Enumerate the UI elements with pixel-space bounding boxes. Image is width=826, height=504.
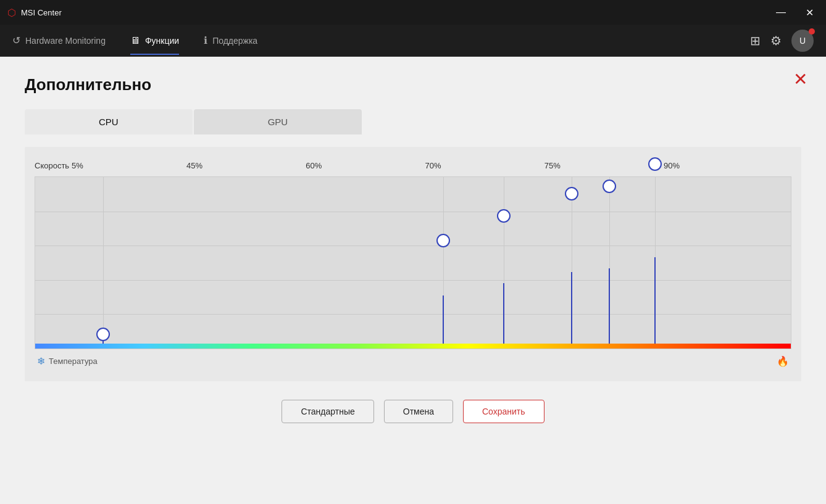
nav-tabs: ↺ Hardware Monitoring 🖥 Функции ℹ Поддер…	[12, 26, 257, 55]
fan-line-2	[443, 295, 444, 344]
grid-h-4	[35, 314, 791, 315]
speed-label: Скорость	[35, 161, 69, 170]
app-title: MSI Center	[21, 8, 62, 17]
grid-view-button[interactable]: ⊞	[750, 33, 761, 48]
tab-cpu[interactable]: CPU	[25, 109, 193, 134]
grid-icon: ⊞	[750, 34, 761, 48]
fan-line-6	[654, 257, 656, 344]
title-bar: ⬡ MSI Center — ✕	[0, 0, 826, 25]
main-content: ✕ Дополнительно CPU GPU Скорость 5% 45% …	[0, 57, 826, 504]
avatar-initials: U	[799, 36, 806, 46]
page-title: Дополнительно	[25, 75, 801, 94]
avatar-notification-dot	[809, 28, 815, 35]
fan-handle-5[interactable]	[603, 180, 616, 193]
support-icon: ℹ	[204, 35, 207, 46]
snow-icon: ❄	[37, 355, 45, 367]
grid-h-3	[35, 280, 791, 281]
temp-left: ❄ Температура	[37, 355, 98, 367]
window-controls: — ✕	[771, 4, 819, 21]
fan-curve-chart	[35, 176, 791, 349]
speed-val-4: 70%	[425, 161, 441, 170]
nav-tab-support[interactable]: ℹ Поддержка	[204, 26, 257, 55]
nav-tab-features[interactable]: 🖥 Функции	[130, 27, 179, 55]
speed-val-5: 75%	[544, 161, 561, 170]
fan-handle-1[interactable]	[96, 328, 110, 341]
speed-val-1: 5%	[72, 161, 83, 170]
fan-handle-6[interactable]	[648, 157, 662, 171]
tab-gpu[interactable]: GPU	[194, 109, 362, 134]
temp-gradient-bar	[35, 344, 791, 349]
temp-footer: ❄ Температура 🔥	[35, 355, 791, 367]
nav-tab-hardware-label: Hardware Monitoring	[25, 36, 106, 46]
gear-icon: ⚙	[770, 34, 782, 48]
user-avatar[interactable]: U	[791, 30, 814, 52]
fan-line-1	[102, 341, 104, 344]
nav-tab-features-label: Функции	[145, 36, 179, 46]
speed-values: 5% 45% 60% 70% 75% 90% .	[72, 161, 791, 170]
minimize-button[interactable]: —	[771, 4, 791, 20]
nav-bar: ↺ Hardware Monitoring 🖥 Функции ℹ Поддер…	[0, 25, 826, 57]
fan-line-5	[609, 268, 610, 344]
save-button[interactable]: Сохранить	[463, 400, 544, 423]
msi-logo-icon: ⬡	[7, 7, 16, 19]
buttons-row: Стандартные Отмена Сохранить	[25, 400, 801, 423]
temp-label: Температура	[49, 357, 98, 366]
hardware-monitoring-icon: ↺	[12, 35, 20, 46]
speed-labels-row: Скорость 5% 45% 60% 70% 75% 90% .	[35, 159, 791, 171]
grid-lines	[35, 177, 791, 349]
close-x-button[interactable]: ✕	[793, 69, 807, 89]
fan-point-2[interactable]	[436, 234, 450, 344]
speed-val-3: 60%	[306, 161, 322, 170]
speed-val-2: 45%	[186, 161, 202, 170]
grid-h-1	[35, 212, 791, 212]
cancel-button[interactable]: Отмена	[384, 400, 453, 423]
nav-right-controls: ⊞ ⚙ U	[750, 30, 814, 52]
fan-point-5[interactable]	[603, 180, 616, 344]
close-button[interactable]: ✕	[801, 4, 819, 21]
nav-tab-support-label: Поддержка	[212, 36, 257, 46]
cpu-gpu-tabs: CPU GPU	[25, 109, 801, 134]
fan-line-4	[571, 272, 572, 344]
fan-handle-2[interactable]	[436, 234, 450, 247]
standard-button[interactable]: Стандартные	[282, 400, 373, 423]
fan-handle-3[interactable]	[497, 209, 511, 223]
grid-v-1	[103, 177, 104, 349]
grid-h-2	[35, 246, 791, 246]
fan-point-3[interactable]	[497, 209, 511, 344]
fan-point-6[interactable]	[648, 157, 662, 344]
fire-icon: 🔥	[777, 355, 789, 367]
nav-tab-hardware[interactable]: ↺ Hardware Monitoring	[12, 26, 106, 55]
app-title-area: ⬡ MSI Center	[7, 7, 62, 19]
features-icon: 🖥	[130, 35, 140, 46]
fan-point-4[interactable]	[565, 187, 578, 344]
settings-button[interactable]: ⚙	[770, 33, 782, 48]
fan-point-1[interactable]	[96, 328, 110, 344]
speed-val-6: 90%	[664, 161, 680, 170]
fan-line-3	[503, 283, 504, 344]
chart-area: Скорость 5% 45% 60% 70% 75% 90% .	[25, 147, 801, 381]
fan-handle-4[interactable]	[565, 187, 578, 200]
